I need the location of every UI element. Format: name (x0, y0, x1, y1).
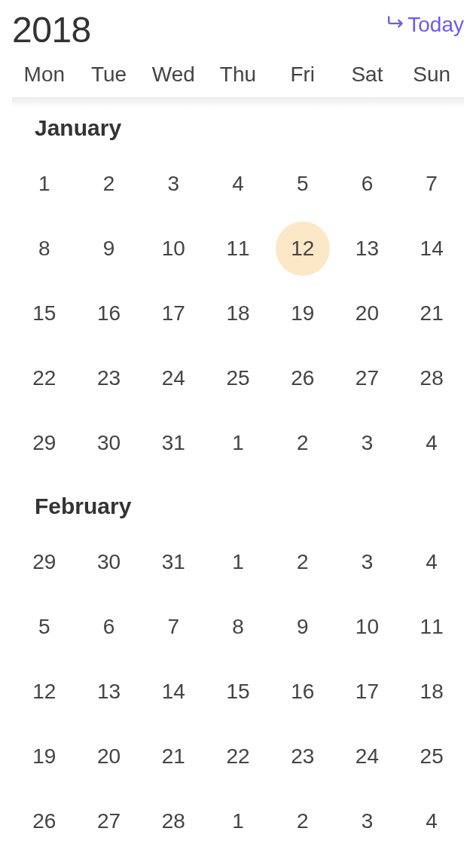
day-cell[interactable]: 29 (12, 411, 77, 475)
day-cell[interactable]: 26 (270, 346, 335, 411)
day-cell[interactable]: 5 (270, 151, 335, 216)
day-cell[interactable]: 13 (77, 659, 142, 724)
day-cell[interactable]: 21 (141, 724, 206, 789)
day-cell[interactable]: 9 (270, 594, 335, 659)
day-cell[interactable]: 8 (206, 594, 270, 659)
day-number: 28 (420, 366, 444, 390)
day-cell[interactable]: 10 (141, 216, 206, 281)
day-cell[interactable]: 4 (399, 530, 464, 594)
day-cell[interactable]: 2 (270, 789, 335, 854)
day-cell[interactable]: 12 (270, 216, 335, 281)
day-number: 2 (297, 431, 309, 455)
day-number: 17 (355, 680, 379, 704)
goto-today-icon (386, 12, 406, 37)
day-cell[interactable]: 23 (77, 346, 142, 411)
day-cell[interactable]: 11 (206, 216, 270, 281)
day-number: 4 (426, 431, 438, 455)
day-number: 15 (32, 301, 56, 326)
day-cell[interactable]: 21 (399, 281, 464, 346)
day-number: 7 (167, 615, 179, 639)
day-cell[interactable]: 6 (77, 594, 142, 659)
day-grid: 2930311234567891011121314151617181920212… (12, 530, 464, 854)
day-cell[interactable]: 14 (141, 659, 206, 724)
day-number: 1 (38, 172, 50, 196)
day-number: 29 (32, 550, 56, 574)
month-block: February29303112345678910111213141516171… (12, 475, 464, 854)
day-cell[interactable]: 17 (141, 281, 206, 346)
day-cell[interactable]: 28 (141, 789, 206, 854)
day-cell[interactable]: 15 (12, 281, 77, 346)
day-cell[interactable]: 6 (335, 151, 400, 216)
day-number: 20 (97, 744, 121, 769)
months-scroll-area[interactable]: January123456789101112131415161718192021… (12, 97, 464, 868)
day-cell[interactable]: 31 (141, 411, 206, 475)
day-cell[interactable]: 19 (12, 724, 77, 789)
day-number: 31 (162, 431, 185, 455)
day-number: 3 (167, 172, 179, 196)
day-cell[interactable]: 5 (12, 594, 77, 659)
day-cell[interactable]: 19 (270, 281, 335, 346)
day-cell[interactable]: 16 (270, 659, 335, 724)
day-cell[interactable]: 11 (399, 594, 464, 659)
day-cell[interactable]: 17 (335, 659, 400, 724)
day-cell[interactable]: 30 (77, 411, 142, 475)
day-cell[interactable]: 4 (206, 151, 270, 216)
day-number: 12 (291, 237, 314, 261)
day-cell[interactable]: 8 (12, 216, 77, 281)
day-number: 15 (226, 680, 249, 704)
day-number: 30 (97, 550, 121, 574)
day-cell[interactable]: 3 (335, 530, 400, 594)
today-button[interactable]: Today (386, 12, 464, 37)
day-cell[interactable]: 22 (206, 724, 270, 789)
day-cell[interactable]: 31 (141, 530, 206, 594)
day-cell[interactable]: 25 (399, 724, 464, 789)
day-number: 2 (103, 172, 115, 196)
day-cell[interactable]: 1 (206, 530, 270, 594)
day-cell[interactable]: 28 (399, 346, 464, 411)
day-cell[interactable]: 30 (77, 530, 142, 594)
day-cell[interactable]: 26 (12, 789, 77, 854)
day-number: 13 (355, 237, 379, 261)
year-label: 2018 (12, 9, 91, 50)
day-number: 9 (297, 615, 309, 639)
day-cell[interactable]: 25 (206, 346, 270, 411)
day-cell[interactable]: 24 (335, 724, 400, 789)
day-cell[interactable]: 1 (206, 789, 270, 854)
day-cell[interactable]: 23 (270, 724, 335, 789)
day-number: 5 (38, 615, 50, 639)
day-cell[interactable]: 4 (399, 411, 464, 475)
day-cell[interactable]: 7 (141, 594, 206, 659)
day-cell[interactable]: 16 (77, 281, 142, 346)
day-cell[interactable]: 12 (12, 659, 77, 724)
day-cell[interactable]: 9 (77, 216, 142, 281)
today-label: Today (407, 13, 464, 37)
day-number: 14 (162, 680, 185, 704)
day-cell[interactable]: 3 (335, 411, 400, 475)
day-cell[interactable]: 27 (335, 346, 400, 411)
day-cell[interactable]: 14 (399, 216, 464, 281)
day-cell[interactable]: 4 (399, 789, 464, 854)
day-cell[interactable]: 15 (206, 659, 270, 724)
day-cell[interactable]: 2 (270, 530, 335, 594)
day-cell[interactable]: 24 (141, 346, 206, 411)
day-cell[interactable]: 20 (77, 724, 142, 789)
day-cell[interactable]: 18 (399, 659, 464, 724)
day-cell[interactable]: 2 (270, 411, 335, 475)
day-cell[interactable]: 1 (12, 151, 77, 216)
day-cell[interactable]: 7 (399, 151, 464, 216)
day-number: 29 (32, 431, 56, 455)
day-cell[interactable]: 2 (77, 151, 142, 216)
day-cell[interactable]: 29 (12, 530, 77, 594)
day-cell[interactable]: 22 (12, 346, 77, 411)
day-number: 7 (426, 172, 438, 196)
day-cell[interactable]: 27 (77, 789, 142, 854)
day-cell[interactable]: 1 (206, 411, 270, 475)
day-cell[interactable]: 3 (335, 789, 400, 854)
day-number: 3 (362, 550, 374, 574)
day-cell[interactable]: 20 (335, 281, 400, 346)
day-cell[interactable]: 10 (335, 594, 400, 659)
day-cell[interactable]: 18 (206, 281, 270, 346)
day-cell[interactable]: 13 (335, 216, 400, 281)
day-cell[interactable]: 3 (141, 151, 206, 216)
day-number: 31 (162, 550, 185, 574)
